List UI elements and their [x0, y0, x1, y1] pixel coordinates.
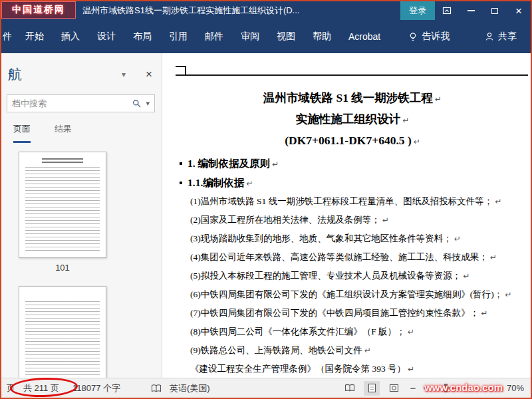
paragraph: (9)铁路总公司、上海铁路局、地铁公司文件: [180, 341, 525, 360]
tab-tell-me[interactable]: 告诉我: [400, 25, 458, 49]
paragraph: (7)中铁四局集团有限公司下发的《中铁四局项目施工管控约束性条款》；: [180, 304, 525, 323]
navigation-pane-title: 航: [8, 65, 22, 84]
proofing-book-icon: [151, 384, 162, 393]
print-layout-button[interactable]: [364, 381, 380, 396]
word-count[interactable]: 118077 个字: [72, 382, 120, 394]
nav-tab-results[interactable]: 结果: [55, 123, 72, 143]
tab-mailings[interactable]: 邮件: [196, 25, 232, 49]
page-top-boundary: [185, 66, 186, 75]
tab-help[interactable]: 帮助: [304, 25, 340, 49]
ribbon-display-options-icon: [442, 6, 452, 15]
status-bar: 页 共 211 页 118077 个字 英语(美国) − + 70% www.c…: [1, 378, 531, 398]
document-title-line: 实施性施工组织设计: [180, 109, 525, 130]
tab-insert[interactable]: 插入: [53, 25, 88, 49]
zoom-level[interactable]: 70%: [500, 383, 524, 393]
paragraph: (3)现场踏勘收集到的地形、地质、气象和其它地区性条件等资料；: [180, 229, 525, 248]
maximize-icon: [491, 8, 498, 14]
tab-references[interactable]: 引用: [160, 25, 196, 49]
search-icon[interactable]: [132, 99, 141, 108]
tell-me-label: 告诉我: [422, 31, 450, 43]
read-mode-icon: [344, 384, 355, 392]
language-indicator[interactable]: 英语(美国): [170, 382, 210, 394]
watermark-top: 中国道桥网: [1, 1, 76, 19]
maximize-button[interactable]: [483, 1, 507, 20]
tab-file[interactable]: 件: [1, 25, 17, 49]
search-dropdown-icon[interactable]: ▾: [146, 99, 150, 108]
document-area[interactable]: 温州市域铁路 S1 线一期涉铁工程 实施性施工组织设计 (DK7+061.1-D…: [162, 53, 531, 378]
zoom-in-button[interactable]: +: [484, 382, 494, 394]
share-button[interactable]: 共享: [476, 25, 525, 49]
document-search-box[interactable]: ▾: [7, 94, 155, 112]
paragraph: (8)中铁四局二公司《一体化体系文件汇编》（F 版）；: [180, 323, 525, 341]
tab-review[interactable]: 审阅: [232, 25, 268, 49]
search-input[interactable]: [12, 98, 132, 108]
main-area: 航 ▾ × ▾ 页面 结果 101: [1, 53, 531, 378]
page-indicator-partial[interactable]: 页: [7, 382, 15, 394]
page-top-boundary: [176, 74, 528, 76]
read-mode-button[interactable]: [342, 381, 358, 396]
heading-level-1: 1. 编制依据及原则: [180, 155, 525, 173]
thumbnail-text-preview: [42, 158, 83, 164]
navigation-pane: 航 ▾ × ▾ 页面 结果 101: [1, 53, 162, 378]
share-label: 共享: [498, 31, 517, 43]
proofing-status-button[interactable]: [151, 384, 162, 393]
page-count[interactable]: 共 211 页: [23, 382, 59, 394]
zoom-slider[interactable]: [424, 387, 478, 389]
close-icon: ×: [515, 5, 522, 17]
document-page[interactable]: 温州市域铁路 S1 线一期涉铁工程 实施性施工组织设计 (DK7+061.1-D…: [162, 53, 531, 378]
heading-level-2: 1.1.编制依据: [180, 174, 525, 192]
thumbnail-page-number: 101: [19, 258, 106, 280]
navigation-close-button[interactable]: ×: [146, 68, 152, 81]
navigation-pane-header: 航 ▾ ×: [1, 53, 162, 84]
lightbulb-icon: [408, 32, 418, 42]
person-icon: [485, 32, 494, 41]
window-title: 温州市域铁路S1线一期涉铁工程实施性施工组织设计(D...: [82, 5, 299, 17]
web-layout-icon: [389, 384, 399, 392]
ribbon-tab-bar: 件 开始 插入 设计 布局 引用 邮件 审阅 视图 帮助 Acrobat 告诉我…: [1, 20, 531, 53]
navigation-tabs: 页面 结果: [1, 112, 162, 143]
thumbnail-text-preview: [25, 301, 100, 378]
web-layout-button[interactable]: [386, 381, 402, 396]
statusbar-right-group: − + 70%: [342, 381, 531, 396]
tab-acrobat[interactable]: Acrobat: [340, 25, 389, 48]
tab-layout[interactable]: 布局: [124, 25, 160, 49]
minimize-icon: [467, 10, 475, 11]
paragraph: (2)国家及工程所在地相关法律、法规及条例等；: [180, 211, 525, 229]
paragraph: (6)中铁四局集团有限公司下发的《施工组织设计及方案管理实施细则》(暂行)；: [180, 285, 525, 304]
tab-home[interactable]: 开始: [17, 25, 53, 49]
word-window: 中国道桥网 温州市域铁路S1线一期涉铁工程实施性施工组织设计(D... 登录 ×…: [0, 0, 532, 399]
print-layout-icon: [368, 383, 376, 393]
thumbnail-text-preview: [25, 167, 100, 251]
page-top-boundary: [176, 66, 186, 67]
page-thumbnails: 101: [1, 143, 162, 378]
zoom-slider-thumb[interactable]: [444, 384, 448, 392]
minimize-button[interactable]: [459, 1, 483, 20]
document-title-line: 温州市域铁路 S1 线一期涉铁工程: [180, 88, 525, 109]
paragraph: (1)温州市域铁路 S1 线一期涉铁工程标段工程量清单、图纸及招投标文件等；: [180, 192, 525, 211]
ribbon-display-options-button[interactable]: [435, 1, 459, 20]
nav-tab-pages[interactable]: 页面: [13, 123, 31, 143]
page-thumbnail[interactable]: [19, 286, 106, 378]
zoom-out-button[interactable]: −: [408, 382, 418, 394]
paragraph: 《建设工程安全生产管理条例》（国务院令第 393 号）: [180, 360, 525, 378]
tab-view[interactable]: 视图: [268, 25, 304, 49]
paragraph: (5)拟投入本标段工程的施工管理、专业技术人员及机械设备等资源；: [180, 267, 525, 285]
tab-design[interactable]: 设计: [88, 25, 124, 49]
title-bar: 中国道桥网 温州市域铁路S1线一期涉铁工程实施性施工组织设计(D... 登录 ×: [1, 1, 531, 20]
document-title-line: (DK7+061.1-DK7+640.5 ): [180, 130, 525, 152]
paragraph: (4)集团公司近年来铁路、高速公路等类似施工经验、施工工法、科技成果；: [180, 248, 525, 267]
chevron-down-icon[interactable]: ▾: [122, 70, 126, 79]
page-thumbnail[interactable]: [19, 152, 106, 258]
close-button[interactable]: ×: [507, 1, 531, 20]
login-button[interactable]: 登录: [400, 1, 435, 20]
